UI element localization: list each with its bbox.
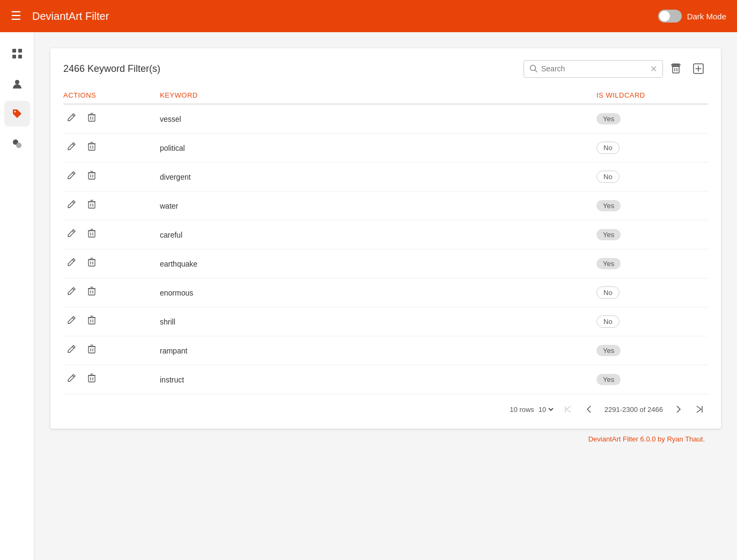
edit-icon[interactable] [63, 196, 79, 215]
edit-icon[interactable] [63, 225, 79, 244]
wildcard-cell: No [596, 142, 704, 154]
svg-rect-12 [673, 67, 679, 73]
edit-icon[interactable] [63, 341, 79, 360]
svg-rect-2 [12, 55, 16, 58]
next-page-button[interactable] [669, 401, 687, 418]
dark-mode-toggle-container: Dark Mode [658, 10, 726, 23]
page-info: 2291-2300 of 2466 [605, 406, 663, 414]
actions-cell [63, 254, 160, 273]
dashboard-icon [11, 48, 23, 60]
tag-icon [11, 108, 23, 120]
table-header: Actions Keyword Is Wildcard [63, 87, 708, 105]
wildcard-badge: No [596, 315, 620, 328]
wildcard-cell: Yes [596, 200, 704, 211]
sidebar-item-dashboard[interactable] [4, 41, 30, 67]
keyword-cell: instruct [160, 375, 596, 384]
prev-page-button[interactable] [581, 401, 598, 418]
keyword-cell: enormous [160, 289, 596, 297]
sidebar-item-tags[interactable] [4, 101, 30, 127]
table-row: earthquake Yes [63, 249, 708, 278]
actions-cell [63, 138, 160, 157]
delete-all-icon [670, 63, 682, 75]
delete-icon[interactable] [84, 225, 100, 244]
rows-per-page-dropdown[interactable]: 5102550 [536, 405, 555, 414]
actions-cell [63, 109, 160, 128]
svg-line-44 [72, 231, 74, 232]
rows-per-page-select[interactable]: 10 rows 5102550 [510, 405, 555, 414]
edit-icon[interactable] [63, 283, 79, 302]
wildcard-cell: No [596, 315, 704, 328]
keyword-table: Actions Keyword Is Wildcard [63, 87, 708, 394]
delete-icon[interactable] [84, 138, 100, 157]
author-link[interactable]: Ryan Thaut [667, 435, 703, 443]
table-body: vessel Yes political [63, 105, 708, 394]
menu-icon[interactable]: ☰ [11, 9, 21, 23]
delete-icon[interactable] [84, 196, 100, 215]
col-header-wildcard: Is Wildcard [596, 91, 704, 99]
table-row: rampant Yes [63, 336, 708, 365]
edit-icon[interactable] [63, 167, 79, 186]
delete-icon[interactable] [84, 109, 100, 128]
search-box: ✕ [524, 60, 663, 78]
pagination: 10 rows 5102550 2291-2300 of 2466 [63, 394, 708, 418]
edit-icon[interactable] [63, 370, 79, 389]
layers-icon [11, 138, 23, 150]
edit-icon[interactable] [63, 254, 79, 273]
wildcard-badge: Yes [596, 113, 621, 124]
first-page-button[interactable] [559, 401, 577, 418]
wildcard-cell: Yes [596, 345, 704, 356]
keyword-filter-card: 2466 Keyword Filter(s) ✕ [50, 48, 721, 429]
table-row: vessel Yes [63, 105, 708, 134]
delete-icon[interactable] [84, 254, 100, 273]
delete-icon[interactable] [84, 283, 100, 302]
table-row: divergent No [63, 163, 708, 191]
edit-icon[interactable] [63, 138, 79, 157]
svg-rect-75 [89, 375, 95, 382]
keyword-cell: divergent [160, 173, 596, 181]
actions-cell [63, 341, 160, 360]
edit-icon[interactable] [63, 312, 79, 331]
delete-icon[interactable] [84, 167, 100, 186]
add-icon [692, 63, 704, 75]
search-input[interactable] [541, 64, 647, 73]
delete-icon[interactable] [84, 312, 100, 331]
keyword-cell: water [160, 202, 596, 210]
sidebar-item-layers[interactable] [4, 131, 30, 157]
delete-all-button[interactable] [666, 59, 686, 78]
svg-line-38 [72, 202, 74, 203]
keyword-cell: rampant [160, 347, 596, 355]
table-row: water Yes [63, 191, 708, 220]
card-header: 2466 Keyword Filter(s) ✕ [63, 59, 708, 78]
main-content: 2466 Keyword Filter(s) ✕ [34, 32, 737, 560]
clear-search-icon[interactable]: ✕ [650, 64, 657, 74]
app-title: DeviantArt Filter [32, 10, 647, 23]
last-page-button[interactable] [691, 401, 708, 418]
toggle-knob [659, 11, 670, 21]
delete-icon[interactable] [84, 370, 100, 389]
svg-rect-1 [18, 49, 22, 53]
wildcard-cell: No [596, 286, 704, 299]
dark-mode-label: Dark Mode [687, 12, 726, 21]
dark-mode-toggle[interactable] [658, 10, 682, 23]
svg-line-56 [72, 289, 74, 290]
delete-icon[interactable] [84, 341, 100, 360]
top-navigation: ☰ DeviantArt Filter Dark Mode [0, 0, 737, 32]
svg-rect-0 [12, 49, 16, 53]
add-keyword-button[interactable] [689, 59, 708, 78]
svg-rect-51 [89, 260, 95, 266]
sidebar-item-users[interactable] [4, 71, 30, 97]
actions-cell [63, 196, 160, 215]
svg-line-32 [72, 173, 74, 174]
wildcard-badge: No [596, 142, 620, 154]
svg-line-9 [535, 70, 537, 72]
actions-cell [63, 312, 160, 331]
footer-text: DeviantArt Filter 6.0.0 by Ryan Thaut. [588, 435, 705, 443]
keyword-cell: political [160, 144, 596, 152]
svg-rect-33 [89, 173, 95, 179]
svg-rect-69 [89, 347, 95, 353]
svg-rect-45 [89, 231, 95, 237]
col-header-keyword: Keyword [160, 91, 596, 99]
svg-rect-39 [89, 202, 95, 208]
edit-icon[interactable] [63, 109, 79, 128]
users-icon [11, 78, 23, 90]
